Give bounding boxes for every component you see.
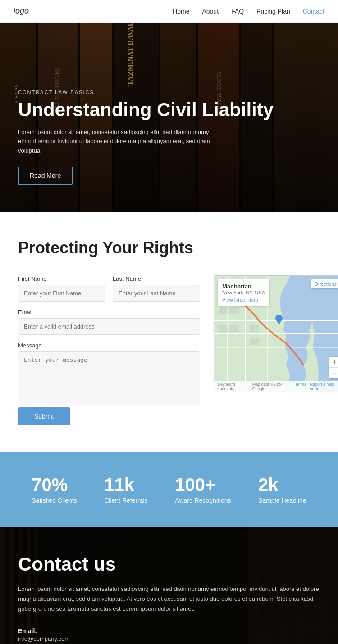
svg-rect-30 [219, 307, 228, 314]
svg-rect-32 [219, 325, 228, 332]
nav-about[interactable]: About [202, 8, 219, 15]
map-data-text: Map data ©2024 Google [252, 382, 292, 391]
hero-eyebrow: CONTRACT LAW BASICS [18, 90, 274, 95]
map-keyboard-shortcuts: Keyboard shortcuts [218, 382, 249, 391]
stat-4: 2k Sample Headline [258, 475, 306, 504]
nav-contact[interactable]: Contact [303, 8, 324, 15]
message-group: Message [18, 342, 200, 405]
nav-home[interactable]: Home [173, 8, 189, 15]
logo: logo [14, 6, 29, 16]
hero-description: Lorem ipsum dolor sit amet, consetetur s… [18, 128, 216, 156]
map-side: Google Manhattan New York, NY, USA View … [214, 275, 338, 425]
email-detail-label: Email: [18, 627, 320, 635]
map-city: Manhattan [222, 283, 265, 290]
contact-form: First Name Last Name Email Message Submi… [18, 275, 200, 425]
contact-us-content: Contact us Lorem ipsum dolor sit amet, c… [18, 554, 320, 644]
svg-rect-31 [230, 307, 239, 314]
svg-rect-35 [250, 338, 259, 345]
stat-1: 70% Satisfied Clients [32, 475, 77, 504]
contact-us-section: Contact us Lorem ipsum dolor sit amet, c… [0, 527, 338, 644]
stat-2-label: Client Referrals [104, 497, 147, 504]
zoom-out-button[interactable]: − [329, 368, 338, 378]
contact-us-title: Contact us [18, 554, 320, 575]
hero-title: Understanding Civil Liability [18, 99, 274, 120]
last-name-group: Last Name [113, 275, 200, 302]
message-label: Message [18, 342, 200, 349]
first-name-label: First Name [18, 275, 105, 282]
stats-section: 70% Satisfied Clients 11k Client Referra… [0, 452, 338, 527]
name-row: First Name Last Name [18, 275, 200, 302]
zoom-in-button[interactable]: + [329, 357, 338, 368]
email-detail: Email: info@company.com [18, 627, 320, 642]
hero-section: ICRA ÁS ICRA İFLAS HUKUKU TAZMINAT DAVAL… [0, 23, 338, 212]
hero-content: CONTRACT LAW BASICS Understanding Civil … [18, 90, 274, 185]
map-terms-link[interactable]: Terms [295, 382, 306, 391]
navbar: logo Home About FAQ Pricing Plan Contact [0, 0, 338, 23]
stat-1-number: 70% [32, 475, 77, 495]
email-detail-value: info@company.com [18, 635, 320, 642]
map-info-box: Manhattan New York, NY, USA View larger … [218, 279, 269, 306]
section-title: Protecting Your Rights [18, 239, 320, 257]
map-zoom-controls: + − [329, 357, 338, 378]
read-more-button[interactable]: Read More [18, 167, 73, 185]
message-input[interactable] [18, 351, 200, 405]
stat-2: 11k Client Referrals [104, 475, 147, 504]
last-name-label: Last Name [113, 275, 200, 282]
last-name-input[interactable] [113, 285, 200, 302]
first-name-input[interactable] [18, 285, 105, 302]
map-view-larger-link[interactable]: View larger map [222, 297, 258, 302]
stat-3: 100+ Award Recognitions [175, 475, 231, 504]
form-section: Protecting Your Rights First Name Last N… [0, 212, 338, 452]
map-report-link[interactable]: Report a map error [310, 382, 338, 391]
map-footer: Keyboard shortcuts Map data ©2024 Google… [214, 381, 338, 392]
stat-3-label: Award Recognitions [175, 497, 231, 504]
stat-1-label: Satisfied Clients [32, 497, 77, 504]
stat-4-number: 2k [258, 475, 306, 495]
nav-faq[interactable]: FAQ [231, 8, 244, 15]
contact-us-description: Lorem ipsum dolor sit amet, consetetur s… [18, 584, 320, 614]
svg-text:TAZMINAT DAVALARI: TAZMINAT DAVALARI [127, 23, 134, 86]
map-address: New York, NY, USA [222, 290, 265, 295]
svg-rect-34 [250, 325, 259, 332]
stat-3-number: 100+ [175, 475, 231, 495]
stat-4-label: Sample Headline [258, 497, 306, 504]
map-directions-button[interactable]: Directions [311, 279, 338, 288]
email-label: Email [18, 309, 200, 315]
map-container: Google Manhattan New York, NY, USA View … [214, 275, 338, 392]
nav-pricing[interactable]: Pricing Plan [256, 8, 290, 15]
svg-rect-33 [230, 325, 239, 332]
email-input[interactable] [18, 318, 200, 335]
email-group: Email [18, 309, 200, 335]
first-name-group: First Name [18, 275, 105, 302]
stat-2-number: 11k [104, 475, 147, 495]
nav-links: Home About FAQ Pricing Plan Contact [173, 7, 324, 15]
form-map-row: First Name Last Name Email Message Submi… [18, 275, 320, 425]
submit-button[interactable]: Submit [18, 407, 70, 425]
